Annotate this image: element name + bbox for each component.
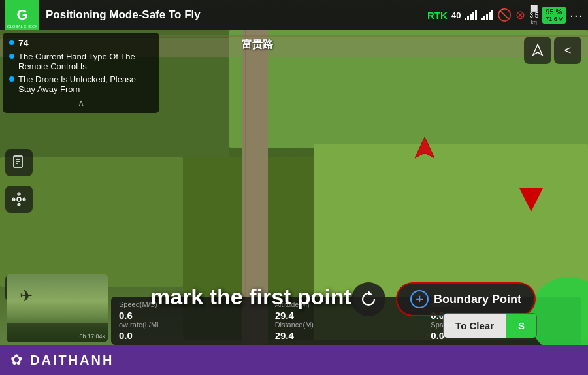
signal-bars-1	[465, 10, 477, 20]
svg-marker-16	[533, 44, 542, 55]
boundary-point-label: Boundary Point	[434, 293, 521, 306]
more-button[interactable]: ···	[570, 8, 583, 23]
page-title: Positioning Mode-Safe To Fly	[46, 8, 427, 22]
bottom-logo: ✿	[10, 351, 22, 368]
notif-text-2: The Current Hand Type Of The Remote Cont…	[18, 52, 153, 71]
notification-panel: 74 The Current Hand Type Of The Remote C…	[3, 33, 159, 113]
street-label: 富贵路	[242, 38, 273, 52]
svg-marker-17	[415, 137, 434, 158]
notif-row-3: The Drone Is Unlocked, Please Stay Away …	[9, 74, 153, 94]
notif-chevron[interactable]: ∧	[9, 97, 153, 108]
status-icons: RTK 40 🚫 ⊗ ⬜ 3.5 kg 95 %	[427, 5, 583, 25]
svg-point-4	[17, 197, 21, 201]
refresh-button[interactable]	[351, 282, 385, 316]
battery-percent: 95 % 71.6 V	[542, 7, 566, 24]
signal-bars-2	[481, 10, 493, 20]
to-clear-button[interactable]: To Clear	[444, 314, 506, 338]
company-name: DAITHANH	[30, 353, 114, 368]
notif-row-1: 74	[9, 38, 153, 48]
drone-config-icon[interactable]	[5, 186, 33, 213]
notif-text-1: 74	[18, 38, 29, 48]
flow-header: ow rate(L/Mi	[119, 321, 262, 329]
notif-dot-2	[9, 54, 14, 59]
camera-timestamp: 0h 17:04k	[79, 333, 105, 340]
speed-value: 0.6	[119, 310, 262, 321]
distance-header: Distance(M)	[275, 321, 418, 329]
camera-preview: ✈ 0h 17:04k	[7, 274, 108, 342]
annotation-text: mark the first point	[150, 284, 351, 310]
battery-kg-label: ⬜	[530, 5, 538, 12]
distance-value: 29.4	[275, 330, 418, 341]
global-check-label: GLOBAL CHECK	[7, 25, 38, 29]
notif-dot-3	[9, 76, 14, 82]
logo-g: G	[16, 7, 27, 24]
svg-marker-18	[368, 291, 372, 295]
rtk-value: 40	[451, 10, 461, 20]
plus-icon: +	[410, 290, 429, 308]
save-button[interactable]: S	[506, 314, 536, 338]
drone-marker	[415, 137, 434, 165]
document-icon[interactable]	[5, 149, 33, 176]
battery-kg-unit: kg	[531, 19, 538, 25]
flow-value: 0.0	[119, 330, 262, 341]
boundary-point-button[interactable]: + Boundary Point	[396, 282, 536, 316]
notif-dot-1	[9, 40, 14, 45]
rtk-label: RTK	[427, 10, 448, 21]
notif-row-2: The Current Hand Type Of The Remote Cont…	[9, 52, 153, 71]
logo-area: G GLOBAL CHECK	[5, 0, 39, 30]
camera-drone-silhouette: ✈	[20, 287, 33, 305]
notif-text-3: The Drone Is Unlocked, Please Stay Away …	[18, 74, 153, 94]
battery-kg-value: 3.5	[529, 12, 538, 19]
top-right-nav: <	[524, 37, 581, 64]
altitude-value: 29.4	[275, 310, 418, 321]
collapse-icon[interactable]: <	[554, 37, 581, 64]
clear-save-buttons: To Clear S	[443, 313, 537, 338]
no-signal-icon: ⊗	[515, 8, 525, 22]
battery-kg-container: ⬜ 3.5 kg	[529, 5, 538, 25]
top-status-bar: G GLOBAL CHECK Positioning Mode-Safe To …	[0, 0, 588, 30]
bottom-bar: ✿ DAITHANH	[0, 345, 588, 375]
navigate-icon[interactable]	[524, 37, 551, 64]
no-fly-icon: 🚫	[497, 8, 512, 22]
